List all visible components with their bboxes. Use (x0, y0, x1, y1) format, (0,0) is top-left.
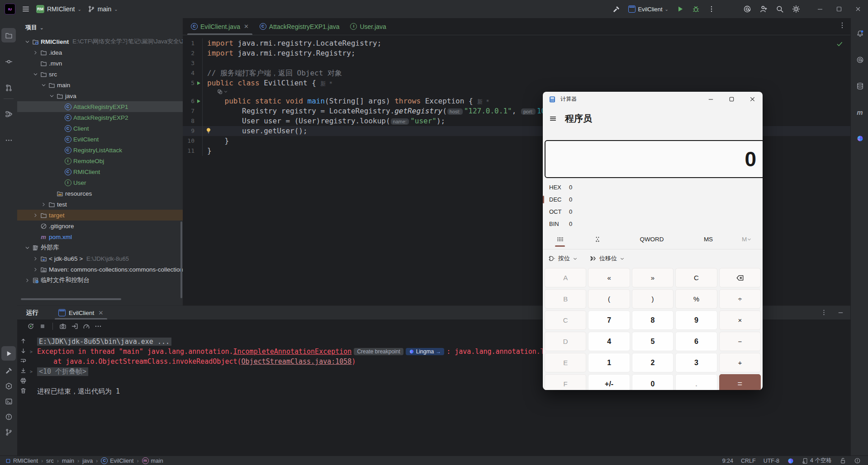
code-line-5[interactable]: 5public class EvilClient { 新 * (183, 78, 850, 88)
tree-item-java[interactable]: java (17, 90, 183, 101)
breadcrumb-item-main[interactable]: main (62, 458, 74, 464)
project-widget[interactable]: RM RMIClient ⌄ (36, 5, 81, 13)
window-minimize-button[interactable] (816, 5, 824, 13)
close-icon[interactable]: ✕ (244, 23, 249, 30)
chevron-right-icon[interactable] (32, 256, 39, 262)
console-kebab-icon[interactable] (821, 309, 827, 316)
calc-key-5[interactable]: 5 (632, 332, 674, 351)
calc-key-backspace[interactable] (719, 268, 761, 287)
fold-arrow-icon[interactable]: > (30, 349, 37, 354)
chevron-right-icon[interactable] (32, 267, 39, 272)
rerun-button[interactable] (27, 323, 34, 330)
calc-key-item[interactable]: % (675, 289, 717, 309)
memory-store-button[interactable]: MS (686, 230, 731, 248)
stacktrace-down-button[interactable] (20, 348, 27, 354)
tree-item-rmiclient[interactable]: RMIClientE:\CTF\网络安全学习笔记\漏洞\Java安全\Jav (17, 36, 183, 47)
run-button[interactable] (677, 5, 684, 13)
tree-item-rmiclient[interactable]: CRMIClient (17, 166, 183, 177)
problems-tool-icon[interactable] (1, 409, 16, 424)
calc-key-item[interactable]: × (719, 310, 761, 330)
tree-item-jdk-8u65[interactable]: < jdk-8u65 >E:\JDK\jdk-8u65 (17, 253, 183, 264)
code-with-me-icon[interactable] (759, 5, 768, 13)
chevron-down-icon[interactable] (24, 39, 31, 45)
scroll-to-end-button[interactable] (20, 367, 27, 374)
tree-item-pom-xml[interactable]: mpom.xml (17, 231, 183, 242)
line-ending-selector[interactable]: CRLF (741, 458, 756, 464)
main-menu-icon[interactable] (22, 5, 30, 13)
stacktrace-up-button[interactable] (20, 338, 27, 344)
calculator-titlebar[interactable]: 计算器 (543, 92, 763, 107)
tree-item-src[interactable]: src (17, 69, 183, 80)
calc-key-item[interactable]: ( (588, 289, 630, 309)
window-close-button[interactable] (854, 5, 862, 13)
editor-tab-user-java[interactable]: IUser.java (345, 18, 391, 35)
calc-key-item[interactable]: « (588, 268, 630, 287)
calc-key-8[interactable]: 8 (632, 310, 674, 330)
chevron-right-icon[interactable] (40, 202, 47, 207)
calc-key-1[interactable]: 1 (588, 353, 630, 372)
lingma-chip[interactable]: Lingma→ (406, 348, 444, 355)
calc-key-item[interactable]: ) (632, 289, 674, 309)
chevron-right-icon[interactable] (32, 212, 39, 218)
bitshift-menu[interactable]: 位移位 (589, 254, 625, 263)
calc-key-9[interactable]: 9 (675, 310, 717, 330)
calc-key-item[interactable]: = (719, 374, 761, 390)
breadcrumb-item-evilclient[interactable]: CEvilClient (101, 457, 133, 464)
fold-arrow-icon[interactable]: > (30, 369, 37, 374)
chevron-down-icon[interactable] (32, 71, 39, 77)
console-more-kebab-icon[interactable] (95, 323, 102, 330)
radix-hex[interactable]: HEX0 (543, 181, 763, 193)
tree-item-maven-commons-collections-commons-collections[interactable]: Maven: commons-collections:commons-colle… (17, 264, 183, 275)
notifications-bell-icon[interactable] (853, 26, 867, 41)
radix-oct[interactable]: OCT0 (543, 206, 763, 218)
indent-selector[interactable]: 4 个空格 (802, 457, 832, 465)
profiler-button[interactable] (83, 323, 90, 330)
chevron-down-icon[interactable] (24, 245, 31, 251)
code-line-1[interactable]: 1import java.rmi.registry.LocateRegistry… (183, 38, 850, 48)
tree-item-user[interactable]: IUser (17, 177, 183, 188)
caret-position[interactable]: 9:24 (722, 458, 733, 464)
vcs-branch-widget[interactable]: main ⌄ (88, 5, 118, 13)
debug-button[interactable] (692, 5, 700, 13)
clear-console-button[interactable] (20, 387, 27, 394)
breadcrumb-item-rmiclient[interactable]: RMIClient (5, 458, 38, 464)
calc-key-6[interactable]: 6 (675, 332, 717, 351)
pull-requests-tool-icon[interactable] (1, 80, 16, 95)
structure-tool-icon[interactable] (1, 107, 16, 121)
code-line-3[interactable]: 3 (183, 58, 850, 68)
project-panel-header[interactable]: 项目 ⌄ (17, 18, 183, 36)
chevron-right-icon[interactable] (32, 50, 39, 56)
radix-dec[interactable]: DEC0 (543, 193, 763, 206)
encoding-selector[interactable]: UTF-8 (764, 458, 779, 464)
intention-bulb-icon[interactable] (205, 127, 212, 134)
readonly-unlock-icon[interactable] (840, 457, 846, 464)
calc-key-3[interactable]: 3 (675, 353, 717, 372)
tree-item-临时文件和控制台[interactable]: 临时文件和控制台 (17, 275, 183, 286)
calc-key-2[interactable]: 2 (632, 353, 674, 372)
tree-item-client[interactable]: CClient (17, 123, 183, 134)
stacktrace-link[interactable]: IncompleteAnnotationException (233, 348, 351, 356)
console-tab[interactable]: EvilClient ✕ (55, 306, 107, 319)
bitwise-menu[interactable]: 按位 (548, 254, 578, 263)
terminal-tool-icon[interactable] (1, 394, 16, 409)
breadcrumb-item-java[interactable]: java (82, 458, 93, 464)
notifications-status-icon[interactable] (854, 457, 861, 464)
tree-item-idea[interactable]: .idea (17, 47, 183, 58)
window-maximize-button[interactable] (835, 5, 843, 13)
calc-key-item[interactable]: +/- (588, 374, 630, 390)
database-tool-icon[interactable] (853, 79, 867, 93)
lingma-tool-icon[interactable] (853, 131, 867, 146)
more-tools-icon[interactable] (1, 133, 16, 147)
calc-key-item[interactable]: » (632, 268, 674, 287)
chevron-down-icon[interactable] (40, 82, 47, 88)
build-hammer-icon[interactable] (612, 5, 620, 13)
project-horizontal-scrollbar[interactable] (21, 298, 121, 300)
editor-options-kebab-icon[interactable] (839, 22, 846, 29)
gutter-icon-slot[interactable] (194, 96, 202, 106)
tree-item-gitignore[interactable]: .gitignore (17, 221, 183, 231)
calc-maximize-button[interactable] (721, 92, 742, 107)
calc-key-7[interactable]: 7 (588, 310, 630, 330)
tree-item-test[interactable]: test (17, 199, 183, 210)
tree-item-外部库[interactable]: 外部库 (17, 242, 183, 253)
maven-tool-icon[interactable]: m (853, 105, 867, 119)
